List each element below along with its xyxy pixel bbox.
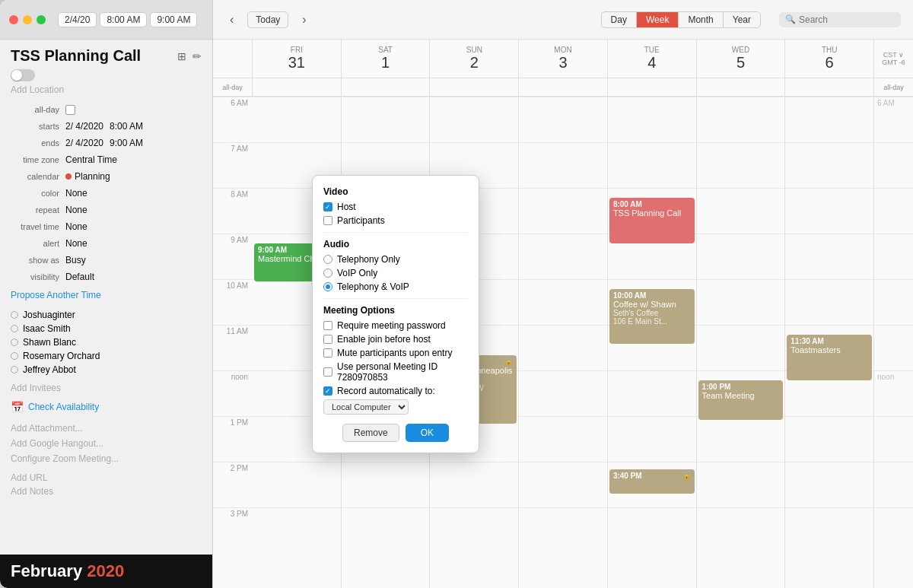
end-time-field[interactable]: 9:00 AM — [150, 12, 197, 27]
event-team-meeting[interactable]: 1:00 PM Team Meeting — [698, 380, 784, 420]
all-day-checkbox[interactable] — [65, 105, 75, 115]
view-year-button[interactable]: Year — [724, 12, 760, 27]
view-month-button[interactable]: Month — [679, 12, 723, 27]
ok-button[interactable]: OK — [406, 424, 449, 442]
close-button[interactable] — [9, 15, 18, 24]
day-header-sat: SAT 1 — [342, 40, 431, 78]
video-host-checkbox[interactable] — [323, 202, 332, 211]
view-week-button[interactable]: Week — [637, 12, 679, 27]
show-as-value[interactable]: Busy — [65, 255, 86, 265]
color-value[interactable]: None — [65, 188, 87, 199]
event-title[interactable]: TSS Planning Call — [11, 47, 141, 65]
all-day-mon — [519, 78, 608, 96]
record-location-select[interactable]: Local Computer — [323, 399, 409, 415]
add-google-hangout-link[interactable]: Add Google Hangout... — [11, 436, 202, 451]
audio-voip-only-row: VoIP Only — [323, 268, 468, 278]
personal-id-checkbox[interactable] — [323, 367, 332, 377]
expand-icon[interactable]: ⊞ — [177, 50, 186, 62]
prev-button[interactable]: ‹ — [225, 11, 238, 28]
day-col-tue[interactable]: 8:00 AM TSS Planning Call 10:00 AM Coffe… — [608, 97, 697, 588]
day-col-wed[interactable]: 1:00 PM Team Meeting — [697, 97, 786, 588]
repeat-label: repeat — [11, 205, 65, 215]
view-switcher: Day Week Month Year — [601, 11, 761, 28]
today-button[interactable]: Today — [247, 11, 288, 28]
audio-telephony-voip-radio[interactable] — [323, 282, 332, 291]
search-bar: 🔍 — [779, 12, 901, 27]
invitee-item: Rosemary Orchard — [11, 349, 202, 363]
check-availability[interactable]: 📅 Check Availability — [0, 396, 212, 418]
title-icons: ⊞ ✏ — [177, 50, 202, 62]
add-notes[interactable]: Add Notes — [11, 486, 202, 497]
day-col-thu[interactable]: 11:30 AM Toastmasters — [785, 97, 873, 588]
check-availability-label: Check Availability — [28, 402, 99, 412]
visibility-row: visibility Default — [11, 269, 202, 285]
invitee-status-dot — [11, 311, 18, 319]
add-url[interactable]: Add URL — [11, 472, 202, 483]
day-header-thu: THU 6 — [785, 40, 873, 78]
ends-time[interactable]: 9:00 AM — [110, 138, 143, 148]
require-password-row: Require meeting password — [323, 320, 468, 331]
alert-value[interactable]: None — [65, 238, 87, 249]
all-day-row: all-day — [11, 101, 202, 118]
invitee-name: Joshuaginter — [23, 310, 75, 320]
ends-date[interactable]: 2/ 4/2020 — [65, 138, 103, 148]
mute-participants-checkbox[interactable] — [323, 348, 332, 358]
audio-telephony-only-radio[interactable] — [323, 255, 332, 264]
time-7am: 7 AM — [213, 142, 253, 188]
timezone-value[interactable]: Central Time — [65, 154, 117, 165]
video-participants-checkbox[interactable] — [323, 216, 332, 225]
toggle-switch[interactable] — [11, 69, 35, 81]
nav-arrows-next: › — [297, 11, 310, 28]
day-col-mon[interactable] — [519, 97, 608, 588]
event-location: Seth's Coffee — [613, 309, 691, 317]
all-day-tue — [608, 78, 697, 96]
event-title: Team Meeting — [702, 391, 780, 400]
add-location[interactable]: Add Location — [0, 84, 212, 101]
tz-slot-11am — [874, 325, 913, 370]
event-toastmasters[interactable]: 11:30 AM Toastmasters — [787, 335, 872, 380]
propose-another-time-link[interactable]: Propose Another Time — [0, 285, 212, 305]
search-icon: 🔍 — [785, 14, 796, 24]
join-before-host-checkbox[interactable] — [323, 335, 332, 344]
configure-zoom-link[interactable]: Configure Zoom Meeting... — [11, 451, 202, 466]
record-auto-checkbox[interactable] — [323, 386, 332, 396]
tz-slot-noon: noon — [874, 370, 913, 416]
event-coffee[interactable]: 10:00 AM Coffee w/ Shawn Seth's Coffee 1… — [609, 289, 695, 344]
edit-icon[interactable]: ✏ — [192, 50, 202, 62]
event-panel: 2/4/20 8:00 AM 9:00 AM TSS Planning Call… — [0, 0, 213, 588]
event-title: Coffee w/ Shawn — [613, 300, 691, 309]
require-password-label: Require meeting password — [337, 320, 446, 331]
invitee-item: Jeffrey Abbot — [11, 363, 202, 377]
search-input[interactable] — [799, 14, 895, 25]
travel-time-row: travel time None — [11, 218, 202, 235]
audio-voip-only-radio[interactable] — [323, 269, 332, 278]
next-button[interactable]: › — [297, 11, 310, 28]
date-field[interactable]: 2/4/20 — [58, 12, 97, 27]
tz-slot-10am — [874, 279, 913, 325]
add-invitees[interactable]: Add Invitees — [0, 380, 212, 396]
time-6am: 6 AM — [213, 97, 253, 142]
event-partial[interactable]: 3:40 PM 🔒 — [609, 469, 695, 494]
remove-button[interactable]: Remove — [342, 424, 399, 442]
add-attachment-link[interactable]: Add Attachment... — [11, 421, 202, 436]
start-time-field[interactable]: 8:00 AM — [100, 12, 147, 27]
view-day-button[interactable]: Day — [602, 12, 637, 27]
starts-time[interactable]: 8:00 AM — [110, 121, 143, 132]
visibility-value[interactable]: Default — [65, 272, 94, 282]
minimize-button[interactable] — [23, 15, 32, 24]
event-tss-planning[interactable]: 8:00 AM TSS Planning Call — [609, 198, 695, 243]
calendar-label: calendar — [11, 172, 65, 181]
alert-label: alert — [11, 239, 65, 248]
repeat-value[interactable]: None — [65, 205, 87, 215]
day-abbr: TUE — [644, 46, 660, 54]
travel-time-value[interactable]: None — [65, 221, 87, 232]
time-1pm: 1 PM — [213, 416, 253, 462]
starts-date[interactable]: 2/ 4/2020 — [65, 121, 103, 132]
event-time: 10:00 AM — [613, 291, 691, 300]
day-abbr: THU — [822, 46, 838, 54]
maximize-button[interactable] — [37, 15, 46, 24]
event-time: 8:00 AM — [613, 200, 691, 208]
calendar-value[interactable]: Planning — [75, 171, 110, 182]
timezone-label: time zone — [11, 155, 65, 164]
require-password-checkbox[interactable] — [323, 321, 332, 330]
